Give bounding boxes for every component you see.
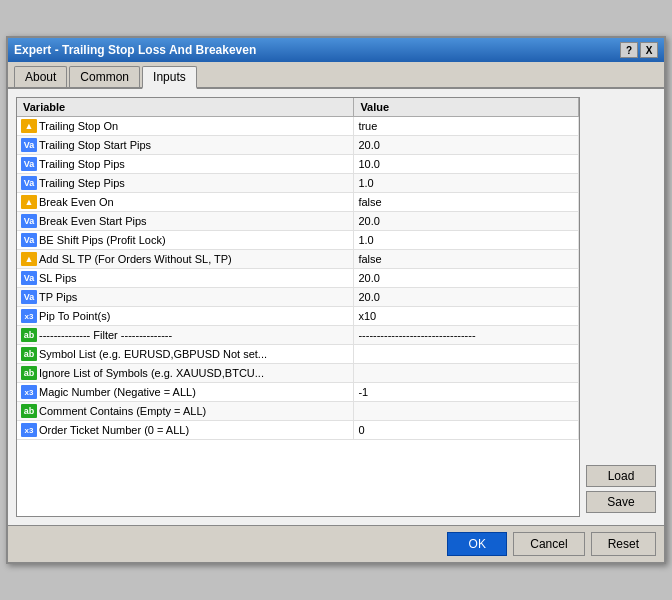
inputs-table: Variable Value ▲Trailing Stop OntrueVaTr…	[17, 98, 579, 440]
value-cell: 1.0	[354, 174, 579, 193]
value-cell: -1	[354, 383, 579, 402]
help-button[interactable]: ?	[620, 42, 638, 58]
variable-cell: VaBreak Even Start Pips	[17, 212, 354, 231]
variable-cell: abSymbol List (e.g. EURUSD,GBPUSD Not se…	[17, 345, 354, 364]
variable-cell: VaTrailing Step Pips	[17, 174, 354, 193]
type-icon: Va	[21, 214, 37, 228]
variable-name: SL Pips	[39, 272, 77, 284]
type-icon: ab	[21, 366, 37, 380]
load-button[interactable]: Load	[586, 465, 656, 487]
variable-name: Ignore List of Symbols (e.g. XAUUSD,BTCU…	[39, 367, 264, 379]
type-icon: x3	[21, 423, 37, 437]
table-row[interactable]: VaTrailing Stop Start Pips20.0	[17, 136, 579, 155]
cancel-button[interactable]: Cancel	[513, 532, 584, 556]
variable-cell: abIgnore List of Symbols (e.g. XAUUSD,BT…	[17, 364, 354, 383]
variable-name: -------------- Filter --------------	[39, 329, 172, 341]
value-cell: true	[354, 117, 579, 136]
table-row[interactable]: x3Pip To Point(s)x10	[17, 307, 579, 326]
variable-name: Trailing Stop Pips	[39, 158, 125, 170]
variable-name: Comment Contains (Empty = ALL)	[39, 405, 206, 417]
main-window: Expert - Trailing Stop Loss And Breakeve…	[6, 36, 666, 564]
type-icon: ▲	[21, 195, 37, 209]
table-row[interactable]: VaTrailing Step Pips1.0	[17, 174, 579, 193]
col-value-header: Value	[354, 98, 579, 117]
save-button[interactable]: Save	[586, 491, 656, 513]
value-cell: 20.0	[354, 212, 579, 231]
value-cell: 1.0	[354, 231, 579, 250]
type-icon: Va	[21, 157, 37, 171]
table-row[interactable]: x3Order Ticket Number (0 = ALL)0	[17, 421, 579, 440]
table-area: Variable Value ▲Trailing Stop OntrueVaTr…	[16, 97, 580, 517]
col-variable-header: Variable	[17, 98, 354, 117]
variable-name: Pip To Point(s)	[39, 310, 110, 322]
type-icon: Va	[21, 290, 37, 304]
value-cell	[354, 345, 579, 364]
tab-about[interactable]: About	[14, 66, 67, 87]
type-icon: ab	[21, 404, 37, 418]
variable-name: Order Ticket Number (0 = ALL)	[39, 424, 189, 436]
main-area: Variable Value ▲Trailing Stop OntrueVaTr…	[16, 97, 656, 517]
value-cell: 0	[354, 421, 579, 440]
title-bar: Expert - Trailing Stop Loss And Breakeve…	[8, 38, 664, 62]
type-icon: Va	[21, 271, 37, 285]
reset-button[interactable]: Reset	[591, 532, 656, 556]
variable-cell: x3Order Ticket Number (0 = ALL)	[17, 421, 354, 440]
value-cell: 20.0	[354, 136, 579, 155]
variable-name: Break Even On	[39, 196, 114, 208]
type-icon: ▲	[21, 252, 37, 266]
tab-common[interactable]: Common	[69, 66, 140, 87]
type-icon: Va	[21, 138, 37, 152]
table-row[interactable]: ab-------------- Filter ----------------…	[17, 326, 579, 345]
table-row[interactable]: VaSL Pips20.0	[17, 269, 579, 288]
table-row[interactable]: ▲Add SL TP (For Orders Without SL, TP)fa…	[17, 250, 579, 269]
table-row[interactable]: abSymbol List (e.g. EURUSD,GBPUSD Not se…	[17, 345, 579, 364]
variable-cell: VaBE Shift Pips (Profit Lock)	[17, 231, 354, 250]
variable-cell: x3Pip To Point(s)	[17, 307, 354, 326]
close-button[interactable]: X	[640, 42, 658, 58]
type-icon: ab	[21, 328, 37, 342]
table-row[interactable]: abIgnore List of Symbols (e.g. XAUUSD,BT…	[17, 364, 579, 383]
value-cell	[354, 364, 579, 383]
variable-cell: ▲Trailing Stop On	[17, 117, 354, 136]
window-title: Expert - Trailing Stop Loss And Breakeve…	[14, 43, 256, 57]
table-row[interactable]: VaTP Pips20.0	[17, 288, 579, 307]
variable-cell: VaSL Pips	[17, 269, 354, 288]
ok-button[interactable]: OK	[447, 532, 507, 556]
type-icon: x3	[21, 309, 37, 323]
table-row[interactable]: abComment Contains (Empty = ALL)	[17, 402, 579, 421]
table-row[interactable]: VaTrailing Stop Pips10.0	[17, 155, 579, 174]
table-row[interactable]: VaBE Shift Pips (Profit Lock)1.0	[17, 231, 579, 250]
table-row[interactable]: VaBreak Even Start Pips20.0	[17, 212, 579, 231]
title-buttons: ? X	[620, 42, 658, 58]
variable-cell: ▲Break Even On	[17, 193, 354, 212]
value-cell: --------------------------------	[354, 326, 579, 345]
variable-name: BE Shift Pips (Profit Lock)	[39, 234, 166, 246]
value-cell: 20.0	[354, 269, 579, 288]
tab-bar: About Common Inputs	[8, 62, 664, 89]
variable-cell: VaTrailing Stop Start Pips	[17, 136, 354, 155]
table-row[interactable]: ▲Break Even Onfalse	[17, 193, 579, 212]
variable-cell: VaTrailing Stop Pips	[17, 155, 354, 174]
variable-name: Trailing Stop Start Pips	[39, 139, 151, 151]
type-icon: ▲	[21, 119, 37, 133]
bottom-bar: OK Cancel Reset	[8, 525, 664, 562]
tab-inputs[interactable]: Inputs	[142, 66, 197, 89]
value-cell: false	[354, 193, 579, 212]
type-icon: ab	[21, 347, 37, 361]
content-area: Variable Value ▲Trailing Stop OntrueVaTr…	[8, 89, 664, 525]
variable-cell: abComment Contains (Empty = ALL)	[17, 402, 354, 421]
type-icon: x3	[21, 385, 37, 399]
variable-name: Break Even Start Pips	[39, 215, 147, 227]
value-cell: 20.0	[354, 288, 579, 307]
variable-cell: ▲Add SL TP (For Orders Without SL, TP)	[17, 250, 354, 269]
type-icon: Va	[21, 233, 37, 247]
type-icon: Va	[21, 176, 37, 190]
value-cell: false	[354, 250, 579, 269]
variable-cell: VaTP Pips	[17, 288, 354, 307]
variable-name: Trailing Stop On	[39, 120, 118, 132]
variable-cell: x3Magic Number (Negative = ALL)	[17, 383, 354, 402]
variable-name: Trailing Step Pips	[39, 177, 125, 189]
table-row[interactable]: ▲Trailing Stop Ontrue	[17, 117, 579, 136]
value-cell: 10.0	[354, 155, 579, 174]
table-row[interactable]: x3Magic Number (Negative = ALL)-1	[17, 383, 579, 402]
